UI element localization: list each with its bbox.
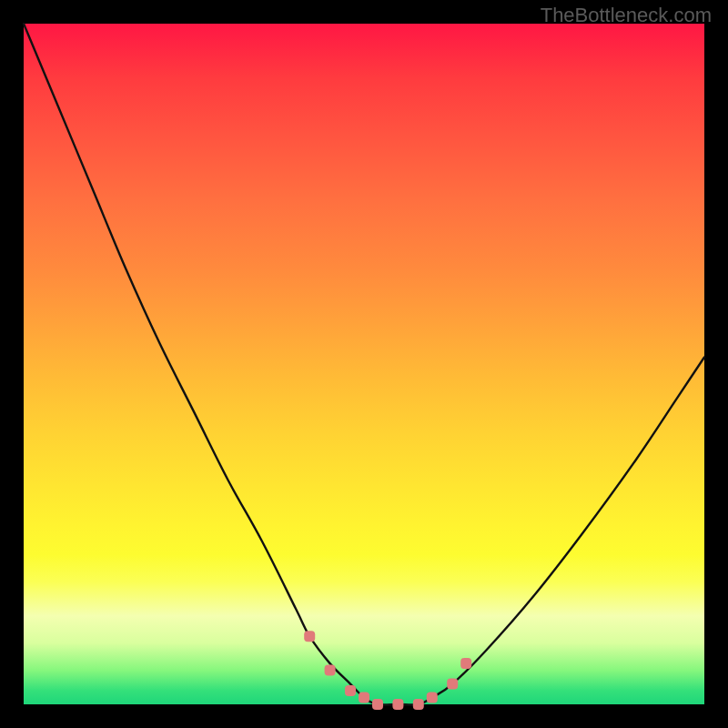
curve-marker (413, 699, 424, 710)
chart-plot-area (24, 24, 704, 704)
curve-marker (392, 699, 403, 710)
curve-marker (427, 693, 438, 703)
watermark-text: TheBottleneck.com (541, 4, 712, 27)
curve-marker (447, 679, 458, 690)
bottleneck-markers (304, 631, 471, 710)
curve-marker (372, 699, 383, 710)
curve-marker (304, 631, 315, 642)
curve-marker (325, 665, 336, 676)
curve-marker (345, 685, 356, 696)
bottleneck-curve-svg (24, 24, 704, 704)
bottleneck-curve-line (24, 24, 704, 705)
curve-marker (460, 658, 471, 669)
curve-marker (359, 693, 369, 703)
